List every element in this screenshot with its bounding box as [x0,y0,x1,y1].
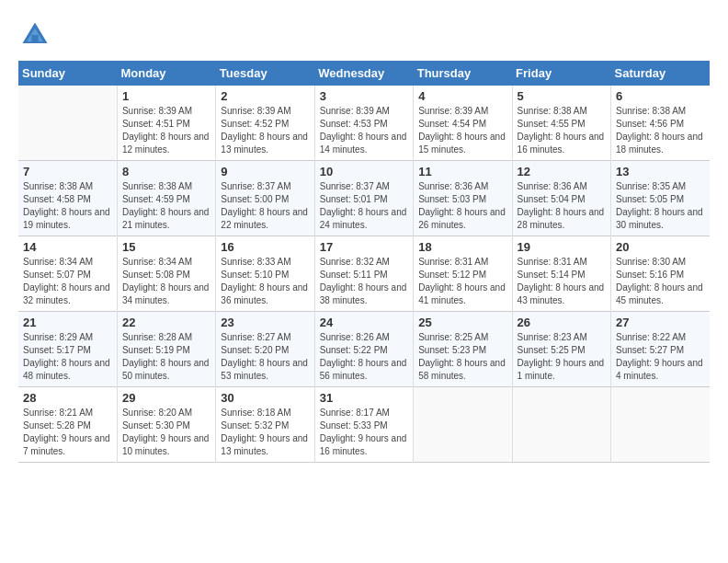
calendar-cell: 26 Sunrise: 8:23 AMSunset: 5:25 PMDaylig… [512,312,610,387]
day-number: 10 [320,165,408,178]
svg-rect-2 [31,35,38,43]
calendar-cell [18,86,117,161]
day-info: Sunrise: 8:37 AMSunset: 5:01 PMDaylight:… [320,180,408,232]
calendar-cell: 21 Sunrise: 8:29 AMSunset: 5:17 PMDaylig… [18,312,117,387]
day-number: 17 [320,240,408,254]
day-number: 8 [122,165,210,178]
day-number: 30 [221,391,309,405]
day-info: Sunrise: 8:30 AMSunset: 5:16 PMDaylight:… [616,256,705,307]
day-number: 23 [221,316,309,329]
day-info: Sunrise: 8:39 AMSunset: 4:52 PMDaylight:… [221,105,309,156]
logo [18,18,55,52]
day-info: Sunrise: 8:32 AMSunset: 5:11 PMDaylight:… [320,256,408,307]
calendar-week-row: 28 Sunrise: 8:21 AMSunset: 5:28 PMDaylig… [18,387,710,463]
day-number: 28 [23,391,112,405]
day-number: 14 [23,240,112,254]
calendar-cell [414,387,512,463]
calendar-cell: 31 Sunrise: 8:17 AMSunset: 5:33 PMDaylig… [314,387,413,463]
day-header-saturday: Saturday [611,61,710,86]
calendar-cell: 13 Sunrise: 8:35 AMSunset: 5:05 PMDaylig… [611,161,710,236]
calendar-cell: 17 Sunrise: 8:32 AMSunset: 5:11 PMDaylig… [314,236,413,312]
day-info: Sunrise: 8:38 AMSunset: 4:59 PMDaylight:… [122,180,210,232]
day-info: Sunrise: 8:35 AMSunset: 5:05 PMDaylight:… [616,180,705,232]
day-info: Sunrise: 8:28 AMSunset: 5:19 PMDaylight:… [122,331,210,383]
calendar-cell: 11 Sunrise: 8:36 AMSunset: 5:03 PMDaylig… [414,161,512,236]
calendar-cell: 29 Sunrise: 8:20 AMSunset: 5:30 PMDaylig… [117,387,215,463]
calendar-cell: 5 Sunrise: 8:38 AMSunset: 4:55 PMDayligh… [512,86,610,161]
day-info: Sunrise: 8:34 AMSunset: 5:07 PMDaylight:… [23,256,112,307]
calendar-cell: 30 Sunrise: 8:18 AMSunset: 5:32 PMDaylig… [216,387,314,463]
day-number: 6 [616,89,705,103]
day-info: Sunrise: 8:39 AMSunset: 4:54 PMDaylight:… [418,105,506,156]
day-info: Sunrise: 8:17 AMSunset: 5:33 PMDaylight:… [320,407,408,458]
day-info: Sunrise: 8:26 AMSunset: 5:22 PMDaylight:… [320,331,408,383]
day-header-sunday: Sunday [18,61,117,86]
day-header-thursday: Thursday [414,61,512,86]
day-info: Sunrise: 8:25 AMSunset: 5:23 PMDaylight:… [418,331,506,383]
day-number: 24 [320,316,408,329]
day-number: 21 [23,316,112,329]
calendar-cell [611,387,710,463]
calendar-cell: 3 Sunrise: 8:39 AMSunset: 4:53 PMDayligh… [314,86,413,161]
day-number: 15 [122,240,210,254]
calendar-cell: 14 Sunrise: 8:34 AMSunset: 5:07 PMDaylig… [18,236,117,312]
calendar-cell: 28 Sunrise: 8:21 AMSunset: 5:28 PMDaylig… [18,387,117,463]
calendar-cell: 25 Sunrise: 8:25 AMSunset: 5:23 PMDaylig… [414,312,512,387]
day-info: Sunrise: 8:38 AMSunset: 4:56 PMDaylight:… [616,105,705,156]
day-info: Sunrise: 8:34 AMSunset: 5:08 PMDaylight:… [122,256,210,307]
logo-icon [18,18,51,52]
day-info: Sunrise: 8:38 AMSunset: 4:55 PMDaylight:… [518,105,606,156]
day-info: Sunrise: 8:36 AMSunset: 5:03 PMDaylight:… [418,180,506,232]
day-number: 5 [518,89,606,103]
day-number: 12 [518,165,606,178]
day-info: Sunrise: 8:31 AMSunset: 5:12 PMDaylight:… [418,256,506,307]
day-number: 3 [320,89,408,103]
calendar-week-row: 1 Sunrise: 8:39 AMSunset: 4:51 PMDayligh… [18,86,710,161]
calendar-table: SundayMondayTuesdayWednesdayThursdayFrid… [18,61,710,463]
day-info: Sunrise: 8:39 AMSunset: 4:51 PMDaylight:… [122,105,210,156]
day-number: 18 [418,240,506,254]
day-number: 13 [616,165,705,178]
day-info: Sunrise: 8:21 AMSunset: 5:28 PMDaylight:… [23,407,112,458]
calendar-cell: 4 Sunrise: 8:39 AMSunset: 4:54 PMDayligh… [414,86,512,161]
calendar-cell: 7 Sunrise: 8:38 AMSunset: 4:58 PMDayligh… [18,161,117,236]
calendar-cell: 20 Sunrise: 8:30 AMSunset: 5:16 PMDaylig… [611,236,710,312]
day-info: Sunrise: 8:20 AMSunset: 5:30 PMDaylight:… [122,407,210,458]
day-info: Sunrise: 8:18 AMSunset: 5:32 PMDaylight:… [221,407,309,458]
calendar-cell: 19 Sunrise: 8:31 AMSunset: 5:14 PMDaylig… [512,236,610,312]
day-info: Sunrise: 8:37 AMSunset: 5:00 PMDaylight:… [221,180,309,232]
day-info: Sunrise: 8:36 AMSunset: 5:04 PMDaylight:… [518,180,606,232]
calendar-header-row: SundayMondayTuesdayWednesdayThursdayFrid… [18,61,710,86]
calendar-cell: 10 Sunrise: 8:37 AMSunset: 5:01 PMDaylig… [314,161,413,236]
day-header-friday: Friday [512,61,610,86]
calendar-week-row: 21 Sunrise: 8:29 AMSunset: 5:17 PMDaylig… [18,312,710,387]
day-info: Sunrise: 8:39 AMSunset: 4:53 PMDaylight:… [320,105,408,156]
day-info: Sunrise: 8:33 AMSunset: 5:10 PMDaylight:… [221,256,309,307]
calendar-cell: 27 Sunrise: 8:22 AMSunset: 5:27 PMDaylig… [611,312,710,387]
day-info: Sunrise: 8:29 AMSunset: 5:17 PMDaylight:… [23,331,112,383]
calendar-cell: 12 Sunrise: 8:36 AMSunset: 5:04 PMDaylig… [512,161,610,236]
day-info: Sunrise: 8:23 AMSunset: 5:25 PMDaylight:… [518,331,606,383]
calendar-cell: 16 Sunrise: 8:33 AMSunset: 5:10 PMDaylig… [216,236,314,312]
day-info: Sunrise: 8:27 AMSunset: 5:20 PMDaylight:… [221,331,309,383]
day-number: 26 [518,316,606,329]
day-number: 20 [616,240,705,254]
day-number: 27 [616,316,705,329]
day-number: 7 [23,165,112,178]
day-number: 19 [518,240,606,254]
day-number: 2 [221,89,309,103]
day-number: 22 [122,316,210,329]
calendar-cell: 24 Sunrise: 8:26 AMSunset: 5:22 PMDaylig… [314,312,413,387]
day-header-tuesday: Tuesday [216,61,314,86]
calendar-week-row: 14 Sunrise: 8:34 AMSunset: 5:07 PMDaylig… [18,236,710,312]
day-number: 9 [221,165,309,178]
day-header-wednesday: Wednesday [314,61,413,86]
calendar-cell: 2 Sunrise: 8:39 AMSunset: 4:52 PMDayligh… [216,86,314,161]
calendar-cell: 1 Sunrise: 8:39 AMSunset: 4:51 PMDayligh… [117,86,215,161]
day-number: 29 [122,391,210,405]
calendar-cell: 23 Sunrise: 8:27 AMSunset: 5:20 PMDaylig… [216,312,314,387]
calendar-week-row: 7 Sunrise: 8:38 AMSunset: 4:58 PMDayligh… [18,161,710,236]
day-number: 16 [221,240,309,254]
page-header [18,18,710,52]
calendar-cell [512,387,610,463]
